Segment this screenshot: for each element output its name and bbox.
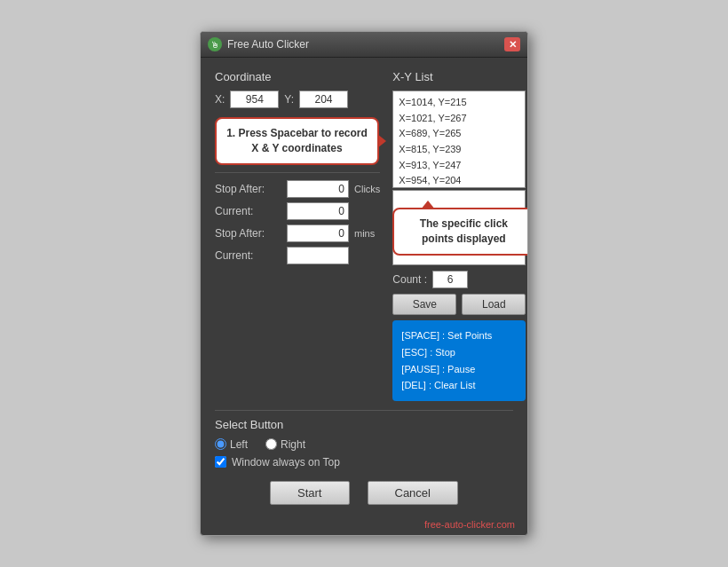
left-section: Coordinate X: Y: 1. Press Spacebar to re… <box>215 70 380 401</box>
radio-left[interactable]: Left <box>215 438 248 451</box>
cancel-button[interactable]: Cancel <box>368 481 458 505</box>
hotkey-del: [DEL] : Clear List <box>401 377 517 394</box>
xy-entry-4: X=815, Y=239 <box>399 142 519 158</box>
hotkey-pause: [PAUSE] : Pause <box>401 361 517 378</box>
xy-entry-1: X=1014, Y=215 <box>399 95 519 111</box>
select-button-title: Select Button <box>215 418 513 431</box>
app-icon: 🖱 <box>208 37 222 51</box>
current-row2: Current: <box>215 247 380 264</box>
save-load-row: Save Load <box>392 294 526 315</box>
stop-after-label1: Stop After: <box>215 183 281 195</box>
xy-entry-5: X=913, Y=247 <box>399 158 519 174</box>
window-body: Coordinate X: Y: 1. Press Spacebar to re… <box>201 58 527 516</box>
coordinate-title: Coordinate <box>215 70 380 83</box>
load-button[interactable]: Load <box>462 294 526 315</box>
hotkey-space: [SPACE] : Set Points <box>401 327 517 344</box>
y-input[interactable] <box>299 91 348 108</box>
close-button[interactable]: ✕ <box>504 37 520 51</box>
stop-after-row2: Stop After: mins <box>215 224 380 242</box>
footer-link[interactable]: free-auto-clicker.com <box>424 519 515 530</box>
window-on-top-label: Window always on Top <box>232 456 340 469</box>
title-bar: 🖱 Free Auto Clicker ✕ <box>201 32 527 58</box>
main-window: 🖱 Free Auto Clicker ✕ Coordinate X: Y: 1… <box>200 31 528 536</box>
current-label1: Current: <box>215 205 281 217</box>
stop-after-input2[interactable] <box>287 224 349 242</box>
hotkeys-box: [SPACE] : Set Points [ESC] : Stop [PAUSE… <box>392 320 526 401</box>
title-bar-left: 🖱 Free Auto Clicker <box>208 37 309 51</box>
right-section: X-Y List X=1014, Y=215 X=1021, Y=267 X=6… <box>392 70 526 401</box>
radio-right-label: Right <box>281 438 305 451</box>
hotkey-esc: [ESC] : Stop <box>401 344 517 361</box>
current-input2[interactable] <box>287 247 349 264</box>
xy-entry-6: X=954, Y=204 <box>399 173 519 188</box>
xy-list-top[interactable]: X=1014, Y=215 X=1021, Y=267 X=689, Y=265… <box>392 91 526 188</box>
xy-list-title: X-Y List <box>392 70 526 83</box>
window-title: Free Auto Clicker <box>227 38 309 51</box>
divider1 <box>215 172 380 173</box>
bottom-buttons: Start Cancel <box>215 481 513 505</box>
tooltip2: The specific click points displayed <box>392 208 528 256</box>
current-row1: Current: <box>215 202 380 220</box>
xy-entry-3: X=689, Y=265 <box>399 126 519 142</box>
radio-left-input[interactable] <box>215 438 226 450</box>
xy-entry-2: X=1021, Y=267 <box>399 111 519 127</box>
x-input[interactable] <box>230 91 279 108</box>
start-button[interactable]: Start <box>270 481 349 505</box>
divider2 <box>215 410 513 411</box>
coordinate-row: X: Y: <box>215 91 380 108</box>
current-input1[interactable] <box>287 202 349 220</box>
window-on-top-checkbox-label[interactable]: Window always on Top <box>215 456 513 469</box>
stop-after-input1[interactable] <box>287 180 349 198</box>
mins-unit: mins <box>354 228 375 239</box>
count-row: Count : <box>392 271 526 288</box>
radio-right-input[interactable] <box>265 438 277 450</box>
footer: free-auto-clicker.com <box>201 516 527 535</box>
window-on-top-checkbox[interactable] <box>215 456 226 468</box>
x-label: X: <box>215 93 225 106</box>
clicks-unit: Clicks <box>354 184 380 194</box>
stop-after-label2: Stop After: <box>215 227 281 240</box>
save-button[interactable]: Save <box>392 294 456 315</box>
radio-row: Left Right <box>215 438 513 451</box>
xy-list-lower-wrapper: The specific click points displayed <box>392 190 526 265</box>
count-label: Count : <box>392 273 427 286</box>
tooltip1: 1. Press Spacebar to record X & Y coordi… <box>215 117 379 165</box>
select-button-section: Select Button Left Right Window always o… <box>215 410 513 469</box>
current-label2: Current: <box>215 249 281 262</box>
radio-right[interactable]: Right <box>265 438 305 451</box>
radio-left-label: Left <box>230 438 248 451</box>
main-content: Coordinate X: Y: 1. Press Spacebar to re… <box>215 70 513 401</box>
count-input[interactable] <box>432 271 468 288</box>
stop-after-row1: Stop After: Clicks <box>215 180 380 198</box>
y-label: Y: <box>284 93 294 106</box>
